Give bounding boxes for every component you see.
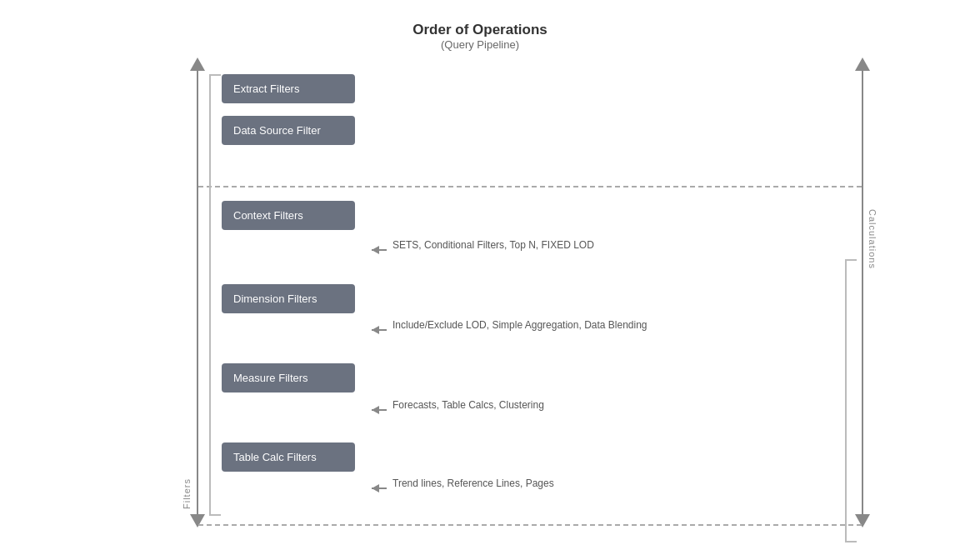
arrow-forecasts: [363, 402, 387, 420]
left-arrow-line: [197, 59, 198, 526]
right-bracket: [845, 259, 847, 542]
measure-filters-box: Measure Filters: [222, 363, 355, 392]
text-include: Include/Exclude LOD, Simple Aggregation,…: [392, 319, 648, 331]
diagram-body: Filters Calculations Extract Filters Dat…: [63, 59, 897, 526]
arrow-sets: [363, 242, 387, 260]
left-bracket: [209, 74, 211, 516]
diagram-container: Order of Operations (Query Pipeline) Fil…: [63, 22, 897, 538]
text-forecasts: Forecasts, Table Calcs, Clustering: [392, 399, 544, 411]
dimension-filters-box: Dimension Filters: [222, 284, 355, 313]
text-sets: SETS, Conditional Filters, Top N, FIXED …: [392, 239, 594, 251]
title-area: Order of Operations (Query Pipeline): [63, 22, 897, 51]
arrow-include: [363, 322, 387, 340]
diagram-title: Order of Operations: [63, 22, 897, 38]
dashed-line-bottom: [198, 524, 862, 526]
context-filters-box: Context Filters: [222, 201, 355, 230]
filters-label: Filters: [182, 226, 192, 509]
datasource-filter-box: Data Source Filter: [222, 116, 355, 145]
calculations-label: Calculations: [868, 209, 878, 509]
dashed-line-top: [198, 186, 862, 188]
right-arrow-line: [862, 59, 863, 526]
tablecalc-filters-box: Table Calc Filters: [222, 442, 355, 472]
arrow-trend: [363, 481, 387, 498]
text-trend: Trend lines, Reference Lines, Pages: [392, 478, 554, 489]
extract-filters-box: Extract Filters: [222, 74, 355, 103]
diagram-subtitle: (Query Pipeline): [63, 38, 897, 51]
